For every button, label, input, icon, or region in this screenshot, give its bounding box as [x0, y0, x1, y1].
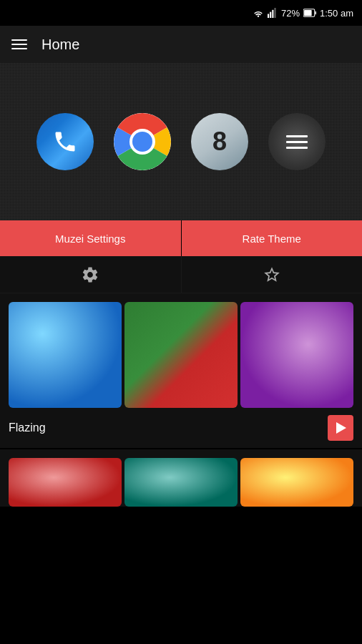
phone-app-icon[interactable] — [36, 113, 94, 170]
app-icons-row: 8 — [36, 113, 326, 170]
flazing-play-button[interactable] — [328, 415, 353, 441]
flazing-thumb-purple — [240, 302, 353, 408]
flazing-name: Flazing — [9, 421, 46, 434]
flazing-thumbnails — [0, 293, 362, 408]
lines-app-icon[interactable] — [268, 113, 326, 170]
themes-section: Flazing — [0, 293, 362, 507]
muzei-settings-label: Muzei Settings — [55, 233, 125, 245]
hamburger-menu-button[interactable] — [11, 39, 27, 49]
8ball-app-icon[interactable]: 8 — [191, 113, 248, 170]
star-icon — [263, 265, 281, 284]
wifi-icon — [253, 8, 264, 18]
status-icons: 72% 1:50 am — [253, 8, 353, 19]
signal-icon — [268, 8, 278, 18]
flazing-thumb-blue — [9, 302, 122, 408]
action-buttons-row: Muzei Settings Rate Theme — [0, 220, 362, 256]
theme2-thumb-teal — [124, 458, 238, 507]
svg-rect-3 — [274, 8, 275, 18]
rate-theme-label: Rate Theme — [243, 233, 301, 245]
svg-rect-1 — [270, 12, 271, 18]
svg-point-9 — [132, 132, 152, 152]
lines-symbol — [286, 135, 308, 149]
theme2-thumb-yellow — [240, 458, 353, 507]
rate-theme-button[interactable]: Rate Theme — [182, 220, 363, 256]
theme2-thumb-red — [9, 458, 122, 507]
svg-rect-6 — [304, 10, 312, 16]
battery-level: 72% — [281, 8, 300, 19]
flazing-thumb-green-red — [124, 302, 238, 408]
flazing-footer: Flazing — [0, 408, 362, 448]
theme-card-2 — [0, 449, 362, 507]
top-bar: Home — [0, 26, 362, 63]
svg-rect-0 — [268, 14, 269, 18]
time-display: 1:50 am — [320, 8, 353, 19]
theme2-thumbnails — [0, 449, 362, 507]
wallpaper-section: 8 — [0, 63, 362, 220]
phone-symbol — [52, 129, 78, 155]
chrome-app-icon[interactable] — [114, 113, 171, 170]
settings-action-button[interactable] — [0, 256, 182, 293]
gear-icon — [81, 265, 99, 284]
svg-rect-2 — [272, 10, 273, 18]
battery-icon — [303, 9, 316, 17]
8ball-symbol: 8 — [212, 127, 227, 157]
theme-card-flazing: Flazing — [0, 293, 362, 448]
play-icon — [336, 422, 346, 434]
icon-action-row — [0, 256, 362, 293]
svg-rect-5 — [315, 11, 317, 15]
muzei-settings-button[interactable]: Muzei Settings — [0, 220, 182, 256]
rate-action-button[interactable] — [182, 256, 363, 293]
chrome-symbol — [114, 113, 171, 170]
status-bar: 72% 1:50 am — [0, 0, 362, 26]
page-title: Home — [41, 36, 79, 53]
